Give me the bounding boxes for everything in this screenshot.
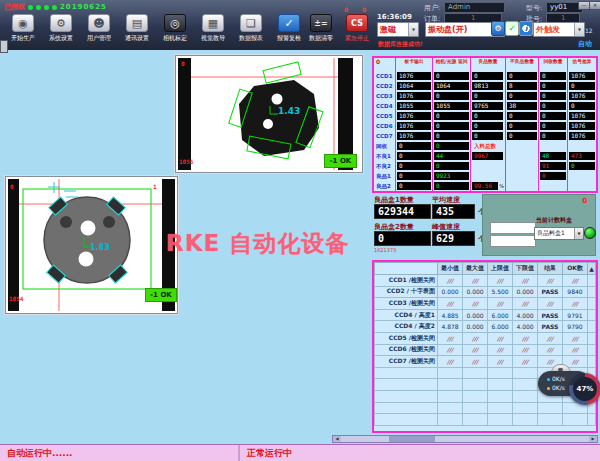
results-header: OK数 xyxy=(563,262,588,275)
stats-cell: 8 xyxy=(507,82,537,90)
stats-cell: 0 xyxy=(540,122,566,130)
panel-grip[interactable] xyxy=(0,40,8,53)
results-row: CCD4 / 高度2 4.878 0.000 6.000 4.000 PASS … xyxy=(374,321,596,333)
chevron-down-icon[interactable]: ▼ xyxy=(408,23,418,36)
stats-cell: 0 xyxy=(540,132,566,140)
title-row: 已授权 20190625 xyxy=(4,2,107,12)
toolbar-button-icon: ☻ xyxy=(88,14,110,32)
results-scroll-gutter xyxy=(588,287,596,299)
results-header: 上限值 xyxy=(488,262,513,275)
results-cell: /// xyxy=(438,298,463,310)
results-cell xyxy=(488,414,513,426)
toolbar-button-label: 通讯设置 xyxy=(118,34,156,43)
upload-rate: 0K/s xyxy=(547,376,565,382)
gear-icon[interactable]: ⚙ xyxy=(491,21,505,36)
results-cell: /// xyxy=(438,275,463,287)
toolbar-button[interactable]: ◉ 开始生产 xyxy=(4,14,42,43)
stats-row: CCD6 1076 0 0 0 0 1076 xyxy=(374,121,596,131)
calculator-icon: ±= xyxy=(310,14,332,32)
percent-gauge: 47% xyxy=(569,373,600,405)
horizontal-scrollbar[interactable]: ◀ ▶ xyxy=(332,435,598,443)
results-cell: /// xyxy=(563,333,588,345)
toolbar-button[interactable]: ◎ 相机标定 xyxy=(156,14,194,43)
toolbar-button[interactable]: ▦ 视觉教导 xyxy=(194,14,232,43)
stats-row: 良品1 0 9923 0 xyxy=(374,171,596,181)
frame-count-bottom: 1054 xyxy=(9,295,23,302)
stats-cell xyxy=(472,172,503,180)
results-row: CCD5 /检测关闭 /// /// /// /// /// /// xyxy=(374,333,596,345)
results-cell: /// xyxy=(438,356,463,368)
close-button[interactable]: ✕ xyxy=(589,1,600,10)
model-label: 型号: xyxy=(526,3,542,13)
stats-row: 不良1 0 44 9967 48 473 xyxy=(374,151,596,161)
scroll-left-icon[interactable]: ◀ xyxy=(333,436,341,442)
stats-cell xyxy=(507,152,537,160)
info-icon[interactable]: i xyxy=(519,21,533,36)
frame-count-top-right: 1 xyxy=(153,183,157,190)
scroll-right-icon[interactable]: ▶ xyxy=(589,436,597,442)
results-cell: 0.000 xyxy=(438,287,463,299)
stats-cell: 0 xyxy=(397,152,431,160)
results-row: CCD2 / 十字表面 0.000 0.000 5.500 0.000 PASS… xyxy=(374,287,596,299)
toolbar-button[interactable]: ☻ 用户管理 xyxy=(80,14,118,43)
stats-cell: 0 xyxy=(569,162,595,170)
emergency-stop-button[interactable]: CS 紧急停止 xyxy=(339,14,375,43)
status-dot xyxy=(36,5,41,10)
trigger-value: 外触发 xyxy=(536,24,560,35)
count-input-2[interactable] xyxy=(490,235,536,247)
stats-cell: 1076 xyxy=(397,132,431,140)
peak-speed-value: 629 xyxy=(432,231,475,246)
stats-cell: 0 xyxy=(569,102,595,110)
results-body: CCD1 /检测关闭 /// /// /// /// /// /// CCD2 … xyxy=(374,275,596,426)
excitation-dropdown[interactable]: 激磁 ▼ xyxy=(377,22,419,37)
clock: 16:36:09 xyxy=(377,13,412,21)
count-input-1[interactable] xyxy=(490,222,536,234)
data-clear-button[interactable]: ±= 数据清零 xyxy=(303,14,339,43)
box2-count-value: 0 xyxy=(374,231,431,246)
results-header: 结果 xyxy=(538,262,563,275)
results-cell xyxy=(438,403,463,415)
results-cell xyxy=(438,379,463,391)
scrollbar-thumb[interactable] xyxy=(389,436,435,442)
toolbar-button-icon: ❏ xyxy=(240,14,262,32)
results-row-label: CCD4 / 高度2 xyxy=(374,321,438,333)
results-header: 最小值 xyxy=(438,262,463,275)
user-field[interactable]: Admin xyxy=(444,2,505,13)
toolbar-button[interactable]: ⚙ 系统设置 xyxy=(42,14,80,43)
chevron-down-icon[interactable]: ▼ xyxy=(574,23,584,36)
stats-cell: 入料总数 xyxy=(472,142,503,150)
excitation-value: 激磁 xyxy=(380,24,396,35)
chevron-down-icon[interactable]: ▼ xyxy=(574,228,583,239)
stats-cell xyxy=(540,142,566,150)
lifetime-counter: 1621373 xyxy=(374,247,396,253)
stats-cell: 0 xyxy=(540,92,566,100)
check-icon[interactable]: ✓ xyxy=(505,21,519,36)
download-dot-icon xyxy=(547,387,550,390)
results-header: 最大值 xyxy=(463,262,488,275)
vibrator-value: 振动盘(开) xyxy=(428,24,467,35)
toolbar-button-label: 系统设置 xyxy=(42,34,80,43)
stats-cell: 0 xyxy=(569,82,595,90)
stats-cell: 0 xyxy=(472,112,503,120)
results-scroll-gutter xyxy=(588,333,596,345)
stats-cell: 1076 xyxy=(397,122,431,130)
results-row-label: CCD4 / 高度1 xyxy=(374,310,438,322)
stats-cell: 1064 xyxy=(397,82,431,90)
results-cell: /// xyxy=(563,298,588,310)
results-row: CCD4 / 高度1 4.885 0.000 6.000 4.000 PASS … xyxy=(374,310,596,322)
results-cell xyxy=(538,403,563,415)
results-cell xyxy=(463,391,488,403)
trigger-dropdown[interactable]: 外触发 ▼ xyxy=(533,22,585,37)
toolbar-button[interactable]: ❏ 数据报表 xyxy=(232,14,270,43)
results-row xyxy=(374,414,596,426)
scroll-up-icon[interactable]: ▲ xyxy=(588,262,596,275)
upload-dot-icon xyxy=(547,378,550,381)
current-box-select[interactable]: 良品料盒1 ▼ xyxy=(534,227,584,240)
build-date: 20190625 xyxy=(60,3,107,11)
results-header-row: 最小值 最大值 上限值 下限值 结果 OK数 ▲ xyxy=(374,262,596,275)
toolbar-button[interactable]: ▤ 通讯设置 xyxy=(118,14,156,43)
results-cell xyxy=(513,414,538,426)
floating-monitor-widget[interactable]: 0K/s 0K/s 47% xyxy=(538,364,600,402)
stats-cell: 1076 xyxy=(569,122,595,130)
data-clear-label: 数据清零 xyxy=(303,34,339,43)
